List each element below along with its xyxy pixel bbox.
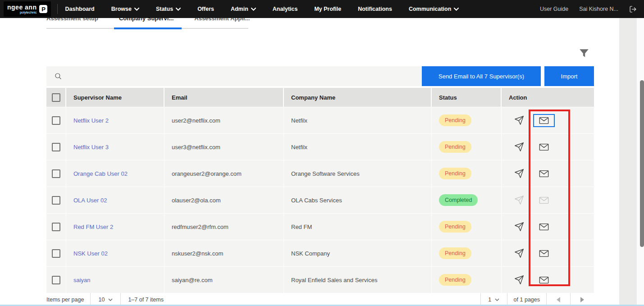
nav-item-analytics[interactable]: Analytics [273,6,298,12]
table-row: Orange Cab User 02 orangeuser2@orange.co… [46,160,594,187]
user-name[interactable]: Sai Kishore N... [579,6,618,12]
send-reminder-icon[interactable] [514,115,524,125]
table-row: Red FM User 2 redfmuser2@rfm.com Red FM … [46,214,594,240]
chevron-down-icon [176,8,181,11]
send-email-all-button[interactable]: Send Email to All 7 Supervisor(s) [422,66,541,86]
email-text: orangeuser2@orange.com [172,170,242,177]
row-checkbox[interactable] [52,169,60,178]
search-input[interactable] [46,66,422,86]
table-header-row: Supervisor Name Email Company Name Statu… [46,88,594,107]
email-icon[interactable] [539,223,549,231]
items-per-page-label: Items per page [46,297,90,303]
email-icon[interactable] [539,196,549,204]
nav-divider [57,4,58,14]
table-row: Netflix User 3 user3@netflix.com Netfilx… [46,134,594,160]
email-text: user2@netflix.com [172,117,220,124]
nav-item-browse[interactable]: Browse [111,6,139,12]
email-text: nskuser2@nsk.com [172,250,223,257]
row-checkbox[interactable] [52,116,60,125]
table-row: NSK User 02 nskuser2@nsk.com NSK Company… [46,240,594,266]
search-icon [54,72,62,80]
status-badge: Pending [439,274,471,286]
next-page-button[interactable] [570,293,594,306]
supervisors-table: Supervisor Name Email Company Name Statu… [46,88,594,293]
email-icon[interactable] [539,143,549,151]
email-icon[interactable] [533,114,555,127]
header-company-name: Company Name [284,88,432,107]
scrollbar-thumb[interactable] [640,80,644,247]
email-text: saiyan@re.com [172,277,213,283]
send-reminder-icon[interactable] [514,169,524,178]
row-checkbox[interactable] [52,196,60,205]
nav-item-dashboard[interactable]: Dashboard [65,6,94,12]
company-name-text: Royal Enfield Sales and Services [291,277,378,283]
status-badge: Pending [439,221,471,233]
page-scrollbar[interactable] [637,18,644,306]
row-checkbox[interactable] [52,143,60,151]
supervisor-name-link[interactable]: Orange Cab User 02 [73,170,128,177]
prev-page-icon [557,297,560,302]
supervisor-name-link[interactable]: Netflix User 3 [73,144,109,151]
logo-mark-icon: P [39,5,47,13]
company-name-text: Netfilx [291,144,307,151]
right-gutter [619,18,637,306]
nav-item-notifications[interactable]: Notifications [358,6,392,12]
send-reminder-icon[interactable] [514,142,524,152]
items-per-page-select[interactable]: 10 [90,293,121,306]
nav-item-communication[interactable]: Communication [409,6,459,12]
email-icon[interactable] [539,170,549,178]
import-button[interactable]: Import [544,66,594,86]
send-reminder-icon[interactable] [514,195,524,205]
nav-item-status[interactable]: Status [156,6,181,12]
table-body: Netflix User 2 user2@netflix.com Netfilx… [46,107,594,293]
top-navbar: ngee ann polytechnic P DashboardBrowseSt… [0,0,644,18]
table-row: OLA User 02 olauser2@ola.com OLA Cabs Se… [46,187,594,213]
send-reminder-icon[interactable] [514,222,524,232]
total-pages-text: of 1 pages [507,297,546,303]
nav-right: User Guide Sai Kishore N... [540,5,637,13]
email-icon[interactable] [539,276,549,284]
company-name-text: Netfilx [291,117,307,124]
supervisor-name-link[interactable]: OLA User 02 [73,197,107,204]
header-status: Status [432,88,502,107]
nav-menu: DashboardBrowseStatusOffersAdminAnalytic… [65,6,459,12]
supervisor-name-link[interactable]: saiyan [73,277,91,283]
supervisor-name-link[interactable]: Red FM User 2 [73,224,113,230]
ngee-ann-logo[interactable]: ngee ann polytechnic P [4,1,51,17]
row-checkbox[interactable] [52,223,60,231]
email-icon[interactable] [539,250,549,257]
nav-item-my-profile[interactable]: My Profile [314,6,341,12]
chevron-down-icon [251,8,256,11]
email-text: olauser2@ola.com [172,197,221,204]
status-badge: Pending [439,247,471,259]
header-action: Action [502,88,594,107]
filter-icon[interactable] [578,47,590,59]
status-badge: Pending [439,141,471,153]
send-reminder-icon[interactable] [514,275,524,285]
logout-icon[interactable] [629,5,637,13]
nav-item-offers[interactable]: Offers [197,6,214,12]
logo-line1: ngee ann [7,4,37,10]
company-name-text: NSK Company [291,250,330,257]
row-checkbox[interactable] [52,276,60,284]
logo-line2: polytechnic [20,11,37,14]
chevron-down-icon [454,8,459,11]
email-text: redfmuser2@rfm.com [172,224,228,230]
prev-page-button[interactable] [546,293,570,306]
company-name-text: Orange Software Services [291,170,360,177]
user-guide-link[interactable]: User Guide [540,6,568,12]
table-row: Netflix User 2 user2@netflix.com Netfilx… [46,107,594,133]
select-all-checkbox[interactable] [52,93,60,102]
supervisor-name-link[interactable]: Netflix User 2 [73,117,109,124]
status-badge: Pending [439,114,471,126]
chevron-down-icon [134,8,139,11]
row-checkbox[interactable] [52,249,60,258]
send-reminder-icon[interactable] [514,248,524,258]
page-number-select[interactable]: 1 [480,293,507,306]
nav-item-admin[interactable]: Admin [231,6,256,12]
email-text: user3@netflix.com [172,144,220,151]
supervisor-name-link[interactable]: NSK User 02 [73,250,108,257]
status-badge: Pending [439,168,471,179]
pagination-bar: Items per page 10 1–7 of 7 items 1 of 1 … [46,293,594,306]
screen: ngee ann polytechnic P DashboardBrowseSt… [0,0,644,306]
